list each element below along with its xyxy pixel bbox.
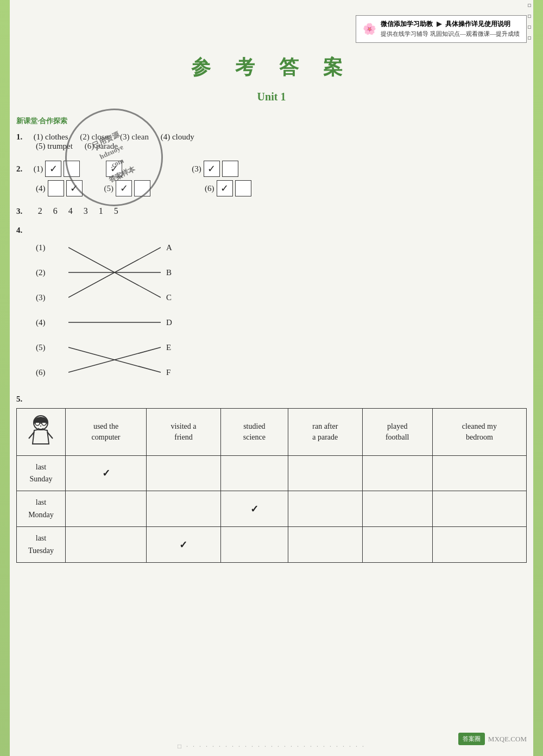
match-right-D: D [166,310,182,335]
monday-bedroom [432,491,526,527]
q1-item-1: (1) clothes [34,132,68,141]
day-monday: lastMonday [17,491,66,527]
sunday-computer: ✓ [66,455,147,491]
header-studied-science: studiedscience [220,409,288,456]
page: 🌸 微信添加学习助教 ▶ 具体操作详见使用说明 提供在线学习辅导 巩固知识点—观… [0,0,543,756]
svg-line-2 [68,247,161,297]
sunday-science [220,455,288,491]
watermark: 答案圈 MXQE.COM [458,733,527,745]
bottom-dots: □ · · · · · · · · · · · · · · · · · · · … [178,742,365,751]
header-played-football: playedfootball [362,409,432,456]
banner-text: 微信添加学习助教 ▶ 具体操作详见使用说明 提供在线学习辅导 巩固知识点—观看微… [381,19,520,39]
match-left-6: (6) [36,360,68,385]
matching-container: (1) (2) (3) (4) (5) (6) [36,235,527,385]
q2-1-box1: ✓ [45,161,61,177]
svg-line-4 [68,347,161,372]
table-header-row: used thecomputer visited afriend studied… [17,409,527,456]
header-ran-after: ran aftera parade [288,409,362,456]
match-left-1: (1) [36,235,68,260]
tuesday-computer [66,527,147,563]
matching-left: (1) (2) (3) (4) (5) (6) [36,235,68,385]
sunday-parade [288,455,362,491]
q2-6-box2 [235,180,251,196]
match-left-3: (3) [36,285,68,310]
q2-6-box1: ✓ [217,180,233,196]
q2-3-box2 [222,161,238,177]
q2-3-label: (3) [192,164,201,174]
banner-subtitle: 提供在线学习辅导 巩固知识点—观看微课—提升成绩 [381,29,520,39]
svg-point-12 [40,425,41,427]
q1-label: 1. [16,132,31,142]
q3-label: 3. [16,207,31,216]
character-icon [26,414,56,447]
page-holes [528,0,531,43]
monday-computer [66,491,147,527]
matching-lines-svg [68,235,161,385]
question-4: 4. (1) (2) (3) (4) (5) (6) [16,226,527,385]
q2-3-box1: ✓ [204,161,220,177]
q4-label: 4. [16,226,31,235]
match-left-4: (4) [36,310,68,335]
sunday-bedroom [432,455,526,491]
table-row-tuesday: lastTuesday ✓ [17,527,527,563]
q2-label: 2. [16,164,31,174]
main-content: 参 考 答 案 Unit 1 新课堂·合作探索 1. (1) clothes (… [16,0,527,563]
watermark-url: MXQE.COM [488,735,527,744]
svg-line-5 [68,347,161,372]
right-strip [533,0,543,756]
header-icon [17,409,66,456]
q2-6-label: (6) [205,184,214,193]
match-right-C: C [166,285,182,310]
day-tuesday: lastTuesday [17,527,66,563]
question-5: 5. [16,395,527,563]
monday-parade [288,491,362,527]
svg-line-0 [68,247,161,297]
q3-n6: 5 [114,206,118,216]
sunday-friend [147,455,221,491]
q3-n4: 3 [84,206,88,216]
day-sunday: lastSunday [17,455,66,491]
match-right-A: A [166,235,182,260]
match-left-2: (2) [36,260,68,285]
q2-4-label: (4) [36,184,46,193]
banner-arrow: ▶ [437,20,441,28]
activity-table: used thecomputer visited afriend studied… [16,408,527,563]
match-right-F: F [166,360,182,385]
match-right-E: E [166,335,182,360]
match-right-B: B [166,260,182,285]
banner-title: 微信添加学习助教 [381,20,433,28]
q1-item-4: (4) cloudy [161,132,194,141]
table-row-monday: lastMonday ✓ [17,491,527,527]
tuesday-football [362,527,432,563]
header-visited-friend: visited afriend [147,409,221,456]
match-left-5: (5) [36,335,68,360]
header-used-computer: used thecomputer [66,409,147,456]
watermark-logo: 答案圈 [458,733,485,745]
question-3: 3. 2 6 4 3 1 5 [16,206,527,216]
banner-icon: 🌸 [363,22,376,35]
q3-numbers: 2 6 4 3 1 5 [38,206,118,216]
tuesday-friend: ✓ [147,527,221,563]
matching-right: A B C D E F [166,235,182,385]
q2-4-box1 [48,180,64,196]
q3-n1: 2 [38,206,42,216]
tuesday-parade [288,527,362,563]
q3-n2: 6 [53,206,58,216]
tuesday-bedroom [432,527,526,563]
monday-football [362,491,432,527]
left-strip [0,0,10,756]
tuesday-science [220,527,288,563]
top-banner: 🌸 微信添加学习助教 ▶ 具体操作详见使用说明 提供在线学习辅导 巩固知识点—观… [356,15,527,43]
stamp-text: 已用资源 hdzuoye .com 答案样本 [91,129,138,187]
q5-label: 5. [16,395,527,404]
unit-title: Unit 1 [16,91,527,103]
q3-n5: 1 [99,206,103,216]
header-cleaned-bedroom: cleaned mybedroom [432,409,526,456]
q2-1-label: (1) [34,164,43,174]
main-title: 参 考 答 案 [16,54,527,81]
monday-friend [147,491,221,527]
monday-science: ✓ [220,491,288,527]
banner-detail: 具体操作详见使用说明 [445,20,510,28]
table-row-sunday: lastSunday ✓ [17,455,527,491]
sunday-football [362,455,432,491]
